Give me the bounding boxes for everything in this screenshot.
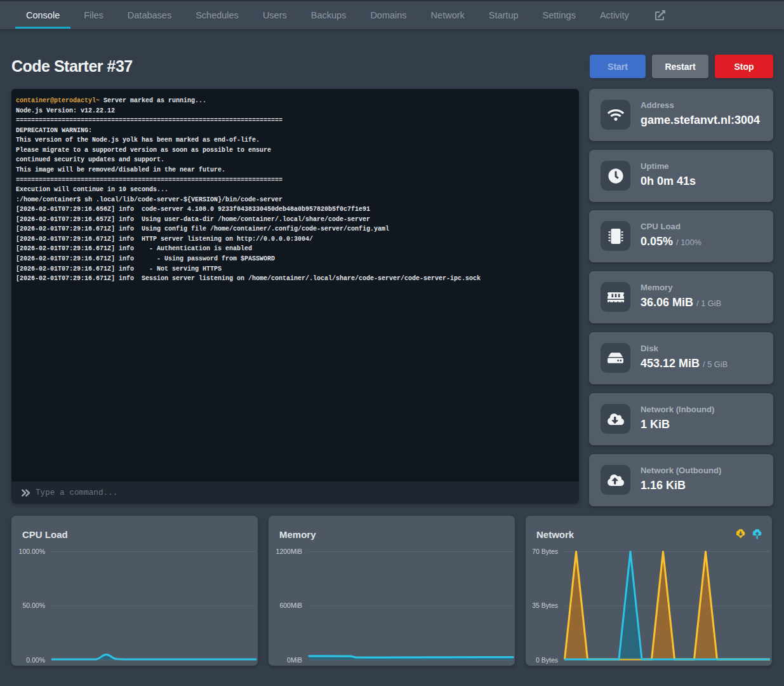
svg-text:35 Bytes: 35 Bytes (532, 602, 558, 609)
svg-text:600MiB: 600MiB (279, 602, 302, 609)
svg-text:0 Bytes: 0 Bytes (536, 656, 558, 664)
svg-text:0.00%: 0.00% (26, 656, 45, 664)
svg-text:70 Bytes: 70 Bytes (532, 548, 558, 555)
svg-text:50.00%: 50.00% (22, 602, 45, 609)
svg-text:100.00%: 100.00% (19, 548, 45, 555)
svg-text:1200MiB: 1200MiB (276, 548, 302, 555)
svg-text:0MiB: 0MiB (287, 656, 302, 664)
